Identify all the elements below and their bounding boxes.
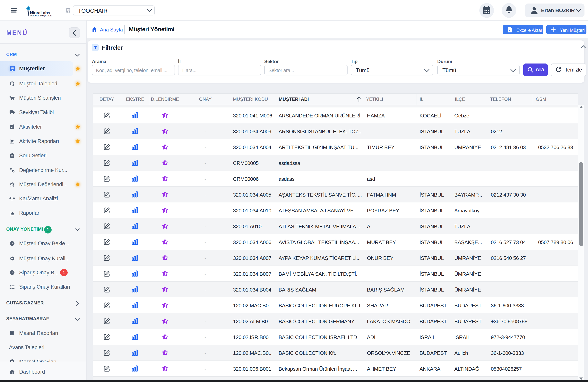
svg-text:x: x [509,29,510,32]
